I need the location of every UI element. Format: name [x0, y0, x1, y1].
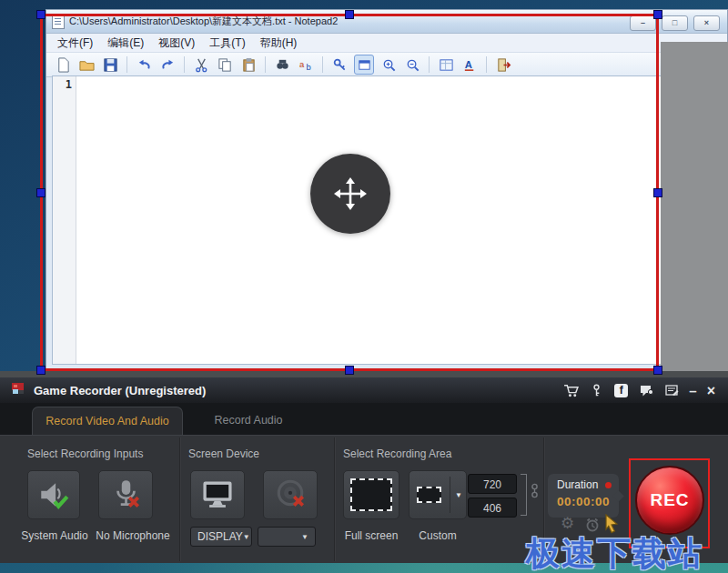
- watermark: 极速下载站: [526, 531, 703, 573]
- microphone-muted-icon: [108, 478, 143, 512]
- full-screen-label: Full screen: [337, 528, 406, 543]
- move-icon: [331, 175, 369, 213]
- webcam-disabled-icon: [273, 478, 308, 512]
- no-microphone-button[interactable]: [98, 470, 153, 519]
- speaker-icon: [36, 478, 71, 512]
- section-separator: [179, 437, 180, 561]
- section-label-screen-device: Screen Device: [188, 447, 259, 460]
- section-label-inputs: Select Recording Inputs: [27, 447, 143, 460]
- camera-dropdown[interactable]: ▼: [258, 527, 316, 547]
- webcam-device-button[interactable]: [263, 470, 318, 519]
- selection-handle-top-left[interactable]: [36, 10, 46, 19]
- full-screen-icon: [350, 478, 392, 511]
- duration-panel: Duration 00:00:00: [548, 474, 619, 518]
- selection-handle-top-right[interactable]: [653, 10, 662, 19]
- duration-label: Duration: [557, 478, 598, 491]
- selection-handle-middle-right[interactable]: [653, 188, 662, 197]
- recording-indicator-dot: [605, 482, 612, 488]
- desktop: C:\Users\Administrator\Desktop\新建文本文档.tx…: [0, 0, 728, 573]
- register-key-icon[interactable]: [589, 383, 604, 398]
- recorder-app-icon: [11, 381, 25, 399]
- buy-cart-icon[interactable]: [563, 383, 579, 398]
- monitor-icon: [199, 477, 236, 513]
- background-window: [661, 42, 728, 371]
- release-notes-icon[interactable]: [663, 383, 679, 398]
- full-screen-button[interactable]: [343, 470, 399, 519]
- move-selection-button[interactable]: [310, 154, 390, 234]
- chevron-down-icon: ▼: [301, 533, 308, 541]
- size-bracket: [521, 474, 527, 516]
- selection-handle-middle-left[interactable]: [36, 188, 46, 197]
- rec-button[interactable]: REC: [635, 466, 704, 535]
- width-input[interactable]: 720: [468, 474, 517, 494]
- selection-handle-bottom-middle[interactable]: [345, 366, 354, 375]
- recorder-titlebar[interactable]: Game Recorder (Unregistered) f – ×: [0, 377, 728, 404]
- display-device-button[interactable]: [190, 470, 245, 519]
- facebook-icon[interactable]: f: [614, 384, 628, 397]
- feedback-chat-icon[interactable]: [638, 383, 653, 398]
- system-audio-button[interactable]: [27, 470, 80, 519]
- section-separator: [334, 437, 335, 561]
- custom-label: Custom: [403, 528, 472, 543]
- recorder-minimize-button[interactable]: –: [689, 383, 696, 398]
- window-bottom-strip: [0, 371, 728, 377]
- system-audio-label: System Audio: [15, 528, 95, 543]
- display-dropdown-value: DISPLAY: [197, 530, 243, 543]
- aspect-link-icon[interactable]: [531, 483, 539, 498]
- custom-area-button[interactable]: ▼: [409, 470, 467, 519]
- settings-gear-icon[interactable]: ⚙: [561, 516, 574, 531]
- recorder-title: Game Recorder (Unregistered): [34, 384, 206, 397]
- height-input[interactable]: 406: [468, 498, 517, 518]
- notepad2-close-button[interactable]: ×: [693, 15, 720, 31]
- selection-handle-bottom-left[interactable]: [36, 366, 46, 375]
- tab-record-video-and-audio[interactable]: Record Video And Audio: [32, 407, 183, 435]
- notepad2-maximize-button[interactable]: □: [662, 15, 688, 31]
- recorder-tabbar: Record Video And Audio Record Audio: [0, 403, 728, 435]
- duration-value: 00:00:00: [548, 495, 619, 508]
- section-label-recording-area: Select Recording Area: [343, 447, 451, 460]
- selection-handle-top-middle[interactable]: [345, 10, 354, 19]
- display-dropdown[interactable]: DISPLAY ▼: [190, 527, 252, 547]
- no-microphone-label: No Microphone: [91, 528, 175, 543]
- recorder-close-button[interactable]: ×: [707, 383, 715, 398]
- chevron-down-icon: ▼: [243, 533, 250, 541]
- custom-area-icon: [417, 487, 441, 503]
- selection-handle-bottom-right[interactable]: [653, 366, 662, 375]
- tab-record-audio[interactable]: Record Audio: [183, 407, 314, 435]
- chevron-down-icon[interactable]: ▼: [455, 491, 462, 499]
- button-divider: [450, 477, 450, 513]
